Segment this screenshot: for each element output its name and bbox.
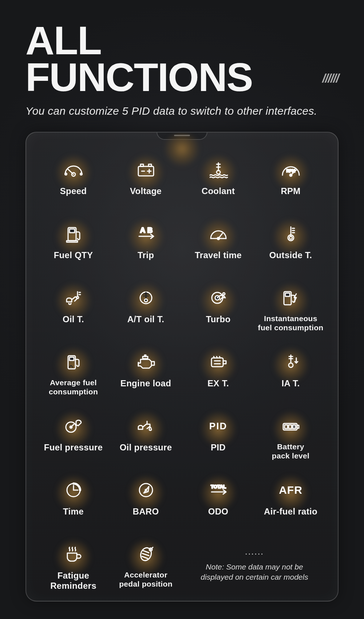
function-outside-temp[interactable]: Outside T. bbox=[254, 217, 327, 271]
page-subtitle: You can customize 5 PID data to switch t… bbox=[25, 105, 339, 117]
function-baro[interactable]: BARO bbox=[110, 473, 182, 528]
function-label: Battery pack level bbox=[272, 442, 309, 460]
pid-text-icon: PID bbox=[204, 413, 233, 439]
fuel-avg-icon bbox=[59, 349, 88, 375]
function-fuel-qty[interactable]: Fuel QTY bbox=[37, 217, 110, 271]
note-text: Note: Some data may not be displayed on … bbox=[189, 562, 320, 583]
function-label: RPM bbox=[281, 186, 300, 196]
function-travel-time[interactable]: Travel time bbox=[182, 217, 254, 271]
oil-pressure-icon bbox=[131, 413, 161, 439]
function-time[interactable]: Time bbox=[37, 473, 110, 528]
coolant-temp-icon bbox=[204, 157, 233, 182]
function-label: Oil T. bbox=[63, 314, 84, 324]
function-engine-load[interactable]: Engine load bbox=[110, 345, 182, 399]
pedal-icon bbox=[131, 541, 161, 567]
turbo-icon bbox=[204, 285, 233, 311]
function-accelerator[interactable]: Accelerator pedal position bbox=[110, 537, 182, 592]
rpm-gauge-icon bbox=[276, 157, 305, 182]
function-label: PID bbox=[211, 442, 226, 453]
battery-level-icon bbox=[276, 413, 305, 439]
function-label: Oil pressure bbox=[120, 442, 172, 453]
function-label: Trip bbox=[138, 250, 154, 260]
function-inst-fuel[interactable]: Instantaneous fuel consumption bbox=[254, 281, 327, 335]
function-label: Voltage bbox=[130, 186, 162, 196]
oil-temp-icon bbox=[59, 285, 88, 311]
function-pid[interactable]: PIDPID bbox=[182, 409, 254, 464]
trip-ab-icon bbox=[131, 221, 161, 247]
function-oil-pressure[interactable]: Oil pressure bbox=[110, 409, 182, 464]
note-block: ......Note: Some data may not be display… bbox=[182, 537, 327, 592]
note-dots: ...... bbox=[245, 547, 264, 557]
page-title: ALL FUNCTIONS bbox=[25, 22, 339, 95]
decorative-hashes: ////// bbox=[322, 71, 339, 85]
afr-text-icon: AFR bbox=[276, 477, 305, 503]
function-label: Accelerator pedal position bbox=[119, 571, 173, 588]
function-label: Fuel pressure bbox=[44, 442, 103, 453]
function-at-oil-temp[interactable]: A/T oil T. bbox=[110, 281, 182, 335]
function-label: Coolant bbox=[202, 186, 235, 196]
fuel-bolt-icon bbox=[276, 285, 305, 311]
ex-temp-icon bbox=[204, 349, 233, 375]
fuel-pump-icon bbox=[59, 221, 88, 247]
at-oil-temp-icon bbox=[131, 285, 161, 311]
function-label: ODO bbox=[208, 506, 229, 517]
function-fuel-pressure[interactable]: Fuel pressure bbox=[37, 409, 110, 464]
function-odo[interactable]: ODO bbox=[182, 473, 254, 528]
function-label: Air-fuel ratio bbox=[264, 506, 317, 517]
clock-icon bbox=[59, 477, 88, 503]
function-label: BARO bbox=[133, 506, 159, 517]
function-ex-t[interactable]: EX T. bbox=[182, 345, 254, 399]
thermometer-icon bbox=[276, 221, 305, 247]
function-rpm[interactable]: RPM bbox=[254, 153, 327, 207]
function-label: Turbo bbox=[206, 314, 231, 324]
function-turbo[interactable]: Turbo bbox=[182, 281, 254, 335]
intake-temp-icon bbox=[276, 349, 305, 375]
sunrise-gauge-icon bbox=[204, 221, 233, 247]
function-battery-pack[interactable]: Battery pack level bbox=[254, 409, 327, 464]
function-label: Speed bbox=[60, 186, 87, 196]
speed-icon bbox=[59, 157, 88, 182]
function-label: Outside T. bbox=[269, 250, 312, 260]
function-afr[interactable]: AFRAir-fuel ratio bbox=[254, 473, 327, 528]
function-avg-fuel[interactable]: Average fuel consumption bbox=[37, 345, 110, 399]
function-label: IA T. bbox=[282, 378, 300, 389]
function-label: Travel time bbox=[195, 250, 242, 260]
function-label: Average fuel consumption bbox=[49, 378, 98, 396]
function-label: A/T oil T. bbox=[127, 314, 165, 324]
function-label: Fatigue Reminders bbox=[50, 571, 96, 591]
engine-icon bbox=[131, 349, 161, 375]
compass-icon bbox=[131, 477, 161, 503]
function-label: Time bbox=[63, 506, 84, 517]
function-label: Engine load bbox=[120, 378, 171, 389]
function-label: Fuel QTY bbox=[54, 250, 93, 260]
function-fatigue[interactable]: Fatigue Reminders bbox=[37, 537, 110, 592]
battery-plus-icon bbox=[131, 157, 161, 182]
function-ia-t[interactable]: IA T. bbox=[254, 345, 327, 399]
functions-panel: SpeedVoltageCoolantRPMFuel QTYTripTravel… bbox=[25, 132, 339, 602]
function-oil-temp[interactable]: Oil T. bbox=[37, 281, 110, 335]
coffee-cup-icon bbox=[59, 541, 88, 567]
function-label: Instantaneous fuel consumption bbox=[258, 314, 324, 332]
function-label: EX T. bbox=[207, 378, 229, 389]
fuel-pressure-icon bbox=[59, 413, 88, 439]
function-speed[interactable]: Speed bbox=[37, 153, 110, 207]
odo-total-icon bbox=[204, 477, 233, 503]
function-trip[interactable]: Trip bbox=[110, 217, 182, 271]
